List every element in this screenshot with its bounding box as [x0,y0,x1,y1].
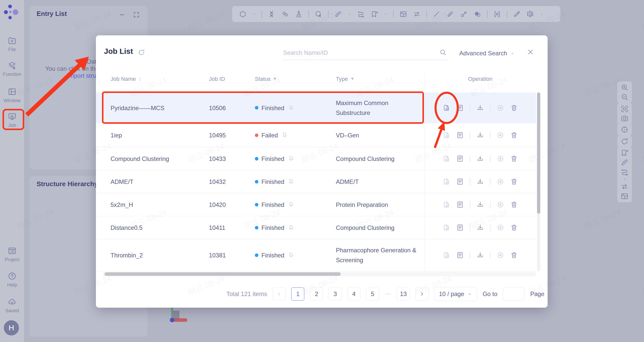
delete-trash-icon[interactable] [510,155,518,162]
zoom-out-icon[interactable] [620,93,629,101]
next-page-button[interactable] [415,287,428,301]
filter-funnel-icon[interactable] [273,77,277,82]
bookmark-add-icon[interactable] [370,10,379,18]
page-button-1[interactable]: 1 [291,287,304,301]
page-ellipsis[interactable] [385,287,391,301]
hexagon-ring-icon[interactable] [239,10,247,18]
log-doc-icon[interactable] [456,251,464,259]
delete-trash-icon[interactable] [510,104,518,112]
sidebar-item-window[interactable]: Window [0,87,24,103]
ball-stick-style-icon[interactable] [460,10,468,18]
delete-trash-icon[interactable] [510,178,518,185]
operation-cell [424,155,536,162]
download-icon[interactable] [476,251,484,259]
caret-down-icon[interactable] [348,12,351,16]
table-row[interactable]: ADME/T 10432 Finished ADME/T [96,170,536,193]
sidebar-item-file[interactable]: File [0,36,24,52]
page-button-3[interactable]: 3 [329,287,342,301]
delete-trash-icon[interactable] [510,201,518,208]
delete-trash-icon[interactable] [510,224,518,231]
screenshot-camera-icon[interactable] [620,114,629,123]
sidebar-item-project[interactable]: Project [0,246,24,262]
view-result-icon[interactable] [443,104,450,112]
delete-trash-icon[interactable] [510,131,518,139]
page-size-select[interactable]: 10 / page [434,287,477,301]
column-header-job-name[interactable]: Job Name [111,76,143,82]
vertical-scrollbar-thumb[interactable] [537,92,540,214]
page-button-last[interactable]: 13 [397,287,410,301]
operation-divider [490,178,491,185]
stick-style-icon[interactable] [446,10,454,18]
operation-divider [490,155,491,162]
avatar[interactable]: H [4,320,19,335]
search-icon[interactable] [439,48,447,56]
reset-view-icon[interactable] [620,137,629,146]
sidebar-item-job[interactable]: Job [0,112,24,128]
caret-down-icon[interactable] [252,12,256,16]
dna-helix-icon[interactable] [267,10,276,18]
table-row[interactable]: Thrombin_2 10381 Finished Pharmacophore … [96,239,536,271]
advanced-search-button[interactable]: Advanced Search [459,50,514,57]
horizontal-scrollbar-thumb[interactable] [104,272,341,276]
download-icon[interactable] [476,104,484,112]
flask-icon[interactable] [295,10,303,18]
table-row[interactable]: 5x2m_H 10420 Finished Protein Preparatio… [96,193,536,216]
page-button-5[interactable]: 5 [366,287,379,301]
sort-icon[interactable] [138,77,143,82]
measure-ruler-icon[interactable] [334,10,342,18]
download-icon[interactable] [476,155,484,162]
log-doc-icon[interactable] [456,131,464,139]
log-doc-icon[interactable] [456,155,464,162]
table-row[interactable]: Pyridazine——MCS 10506 Finished Maximum C… [96,92,536,123]
table-row[interactable]: Compound Clustering 10433 Finished Compo… [96,147,536,170]
page-button-4[interactable]: 4 [347,287,360,301]
log-doc-icon[interactable] [456,201,464,208]
path-route-icon[interactable] [620,168,629,176]
focus-target-icon[interactable] [620,125,629,134]
operation-cell [424,104,536,112]
minimize-icon[interactable] [119,11,125,18]
caret-down-icon[interactable] [623,177,627,181]
map-grid-icon[interactable] [620,192,629,201]
search-input[interactable] [283,46,432,59]
bookmark-add-icon[interactable] [620,149,629,157]
close-icon[interactable] [526,48,534,56]
edit-pencil-icon[interactable] [513,10,521,18]
download-icon[interactable] [476,178,484,185]
map-grid-icon[interactable] [399,10,407,18]
log-doc-icon[interactable] [456,224,464,231]
delete-trash-icon[interactable] [510,251,518,259]
page-button-2[interactable]: 2 [310,287,323,301]
settings-gear-icon[interactable] [526,10,534,18]
swap-arrows-icon[interactable] [620,182,629,191]
path-route-icon[interactable] [357,10,365,18]
fit-screen-icon[interactable] [620,105,629,113]
measure-ruler-icon[interactable] [620,158,629,167]
caret-down-icon[interactable] [384,12,388,16]
log-doc-icon[interactable] [456,178,464,185]
sphere-style-icon[interactable] [473,10,481,18]
fused-rings-icon[interactable] [281,10,289,18]
fullscreen-icon[interactable] [133,11,140,18]
sidebar-item-saved[interactable]: Saved [0,297,24,313]
download-icon[interactable] [476,224,484,231]
download-icon[interactable] [476,201,484,208]
swap-arrows-icon[interactable] [413,10,421,18]
hydrogen-display-icon[interactable] [493,10,501,18]
column-header-type[interactable]: Type [336,76,355,82]
goto-page-input[interactable] [503,287,525,301]
table-row[interactable]: Distance0.5 10411 Finished Compound Clus… [96,216,536,239]
table-row[interactable]: 1iep 10495 Failed VD–Gen [96,123,536,147]
sidebar-item-function[interactable]: Function [0,61,24,77]
column-header-status[interactable]: Status [255,76,277,82]
filter-funnel-icon[interactable] [350,77,355,82]
zoom-in-icon[interactable] [620,83,629,92]
line-style-icon[interactable] [433,10,441,18]
caret-left-icon[interactable] [540,12,544,16]
refresh-icon[interactable] [138,48,145,56]
log-doc-icon[interactable] [456,104,464,112]
sidebar-item-help[interactable]: Help [0,272,24,288]
download-icon[interactable] [476,131,484,139]
select-circle-icon[interactable] [314,10,323,18]
prev-page-button[interactable] [273,287,286,301]
